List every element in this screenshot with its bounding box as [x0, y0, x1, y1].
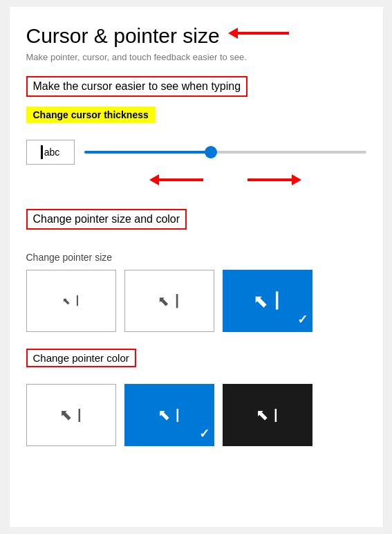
- cursor-preview-box: abc: [26, 140, 75, 165]
- title-arrow-icon: [228, 24, 290, 48]
- cursor-bar: abc: [41, 145, 60, 159]
- cursor-thickness-row: abc: [26, 140, 366, 165]
- slider-thumb[interactable]: [205, 146, 217, 158]
- pointer-color-blue[interactable]: ⬉ ┃ ✓: [124, 384, 214, 446]
- section2-header: Change pointer size and color: [26, 209, 187, 230]
- svg-marker-5: [292, 174, 301, 185]
- white-cursor-icon: ⬉: [59, 406, 72, 424]
- white-ibeam-icon: ┃: [76, 409, 83, 422]
- page-title: Cursor & pointer size: [26, 24, 220, 48]
- dark-cursor-icon: ⬉: [256, 406, 268, 424]
- slider-fill: [84, 151, 212, 154]
- pointer-color-white[interactable]: ⬉ ┃ ✓: [26, 384, 116, 446]
- large-checkmark: ✓: [297, 312, 308, 327]
- small-ibeam-icon: ┃: [75, 295, 80, 306]
- pointer-size-options: ⬉ ┃ ✓ ⬉ ┃ ✓ ⬉ ┃ ✓: [26, 270, 366, 332]
- pointer-size-small[interactable]: ⬉ ┃ ✓: [26, 270, 116, 332]
- dark-ibeam-icon: ┃: [272, 409, 279, 422]
- large-ibeam-icon: ┃: [272, 292, 281, 310]
- change-pointer-color-label: Change pointer color: [26, 349, 136, 367]
- page-title-row: Cursor & pointer size: [26, 24, 366, 48]
- main-page: Cursor & pointer size Make pointer, curs…: [10, 7, 383, 527]
- pointer-size-label: Change pointer size: [26, 252, 366, 263]
- arrow-indicators-row: [26, 170, 366, 192]
- dark-color-icons: ⬉ ┃: [256, 406, 279, 424]
- large-cursor-arrow-icon: ⬉: [253, 291, 268, 312]
- page-subtitle: Make pointer, cursor, and touch feedback…: [26, 52, 366, 62]
- blue-cursor-icon: ⬉: [158, 406, 170, 424]
- right-arrow-icon: [246, 170, 301, 192]
- medium-cursor-arrow-icon: ⬉: [158, 293, 169, 309]
- pointer-size-medium[interactable]: ⬉ ┃ ✓: [124, 270, 214, 332]
- slider-track: [84, 151, 366, 154]
- cursor-thickness-slider[interactable]: [84, 140, 366, 165]
- small-pointer-icons: ⬉ ┃: [62, 295, 80, 306]
- pointer-size-large[interactable]: ⬉ ┃ ✓: [223, 270, 312, 332]
- blue-color-icons: ⬉ ┃: [158, 406, 181, 424]
- left-arrow-icon: [149, 170, 205, 192]
- blue-ibeam-icon: ┃: [174, 409, 181, 422]
- change-cursor-label: Change cursor thickness: [26, 107, 156, 123]
- medium-pointer-icons: ⬉ ┃: [158, 293, 180, 309]
- large-pointer-icons: ⬉ ┃: [253, 291, 281, 312]
- medium-ibeam-icon: ┃: [174, 294, 180, 309]
- small-cursor-arrow-icon: ⬉: [62, 295, 71, 306]
- blue-checkmark: ✓: [199, 426, 209, 441]
- white-color-icons: ⬉ ┃: [59, 406, 83, 424]
- svg-marker-1: [228, 28, 238, 39]
- pointer-color-options: ⬉ ┃ ✓ ⬉ ┃ ✓ ⬉ ┃ ✓: [26, 384, 366, 446]
- pointer-color-dark[interactable]: ⬉ ┃ ✓: [223, 384, 312, 446]
- preview-text: abc: [44, 147, 60, 158]
- svg-marker-3: [149, 174, 159, 185]
- section1-header: Make the cursor easier to see when typin…: [26, 76, 248, 97]
